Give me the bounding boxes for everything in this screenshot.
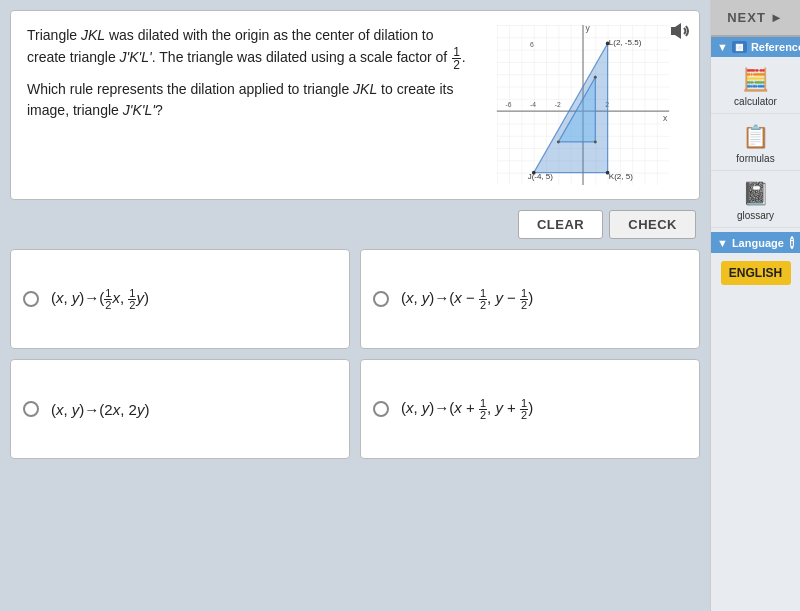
option-c-card[interactable]: (x, y)→(2x, 2y) [10,359,350,459]
sidebar: NEXT ► ▼ ▦ Reference 🧮 calculator 📋 form… [710,0,800,611]
option-a-card[interactable]: (x, y)→(12x, 12y) [10,249,350,349]
graph-svg: x y 6 -2 -4 -6 2 J(-4, 5) K(2, 5) L(2, -… [483,25,683,185]
reference-label: Reference [751,41,800,53]
answer-options: (x, y)→(12x, 12y) (x, y)→(x − 12, y − 12… [10,249,700,459]
main-content: Triangle JKL was dilated with the origin… [0,0,710,611]
glossary-label: glossary [737,210,774,221]
svg-text:L(2, -5.5): L(2, -5.5) [609,38,642,47]
svg-point-21 [594,76,597,79]
question-text: Triangle JKL was dilated with the origin… [27,25,473,185]
next-arrow-icon: ► [770,10,784,25]
option-b-card[interactable]: (x, y)→(x − 12, y − 12) [360,249,700,349]
language-info-icon: i [790,236,794,249]
svg-text:-6: -6 [505,101,511,108]
next-label: NEXT [727,10,766,25]
svg-text:x: x [663,113,668,123]
option-c-radio[interactable] [23,401,39,417]
svg-point-16 [532,171,536,175]
question-card: Triangle JKL was dilated with the origin… [10,10,700,200]
calculator-label: calculator [734,96,777,107]
svg-text:-2: -2 [555,101,561,108]
reference-header: ▼ ▦ Reference [711,37,800,57]
reference-icon: ▦ [732,41,747,53]
option-d-radio[interactable] [373,401,389,417]
formulas-label: formulas [736,153,774,164]
option-a-formula: (x, y)→(12x, 12y) [51,288,149,311]
clear-button[interactable]: CLEAR [518,210,603,239]
svg-text:J(-4, 5): J(-4, 5) [528,172,554,181]
svg-text:-4: -4 [530,101,536,108]
glossary-tool[interactable]: 📓 glossary [711,171,800,228]
option-a-radio[interactable] [23,291,39,307]
action-buttons: CLEAR CHECK [10,210,700,239]
reference-arrow: ▼ [717,41,728,53]
svg-text:6: 6 [530,41,534,48]
svg-text:K(2, 5): K(2, 5) [609,172,633,181]
svg-point-17 [606,171,610,175]
language-arrow: ▼ [717,237,728,249]
option-b-radio[interactable] [373,291,389,307]
svg-text:y: y [585,25,590,33]
scale-fraction: 1 2 [452,46,461,71]
language-button[interactable]: ENGLISH [721,261,791,285]
option-b-formula: (x, y)→(x − 12, y − 12) [401,288,533,311]
language-header: ▼ Language i [711,232,800,253]
option-d-formula: (x, y)→(x + 12, y + 12) [401,398,533,421]
option-c-formula: (x, y)→(2x, 2y) [51,401,149,418]
svg-point-20 [594,140,597,143]
formulas-tool[interactable]: 📋 formulas [711,114,800,171]
calculator-tool[interactable]: 🧮 calculator [711,57,800,114]
glossary-icon: 📓 [742,181,769,207]
svg-point-19 [557,140,560,143]
svg-point-18 [606,42,610,46]
coordinate-graph: x y 6 -2 -4 -6 2 J(-4, 5) K(2, 5) L(2, -… [483,25,683,185]
next-button[interactable]: NEXT ► [711,0,800,37]
option-d-card[interactable]: (x, y)→(x + 12, y + 12) [360,359,700,459]
calculator-icon: 🧮 [742,67,769,93]
formulas-icon: 📋 [742,124,769,150]
check-button[interactable]: CHECK [609,210,696,239]
language-label: Language [732,237,784,249]
